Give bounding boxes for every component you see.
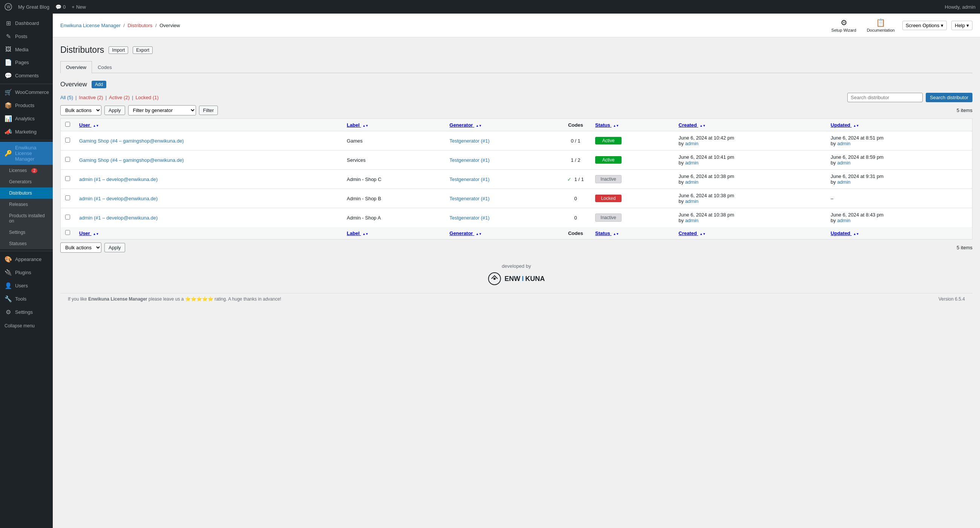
tab-overview[interactable]: Overview: [60, 61, 92, 73]
submenu-settings[interactable]: Settings: [0, 227, 53, 238]
footer-brand-name: Enwikuna License Manager: [88, 297, 147, 302]
table-row: admin (#1 – develop@enwikuna.de)Admin - …: [61, 170, 972, 189]
created-by-link[interactable]: admin: [685, 198, 698, 204]
filter-inactive[interactable]: Inactive (2): [79, 95, 103, 100]
generator-link[interactable]: Testgenerator (#1): [450, 215, 490, 221]
submenu-distributors[interactable]: Distributors: [0, 187, 53, 199]
updated-by-link[interactable]: admin: [837, 160, 850, 166]
sort-user-footer[interactable]: User ▲▼: [79, 230, 99, 236]
tab-codes[interactable]: Codes: [92, 61, 118, 73]
sort-user[interactable]: User ▲▼: [79, 122, 99, 128]
filter-active[interactable]: Active (2): [109, 95, 130, 100]
generator-link[interactable]: Testgenerator (#1): [450, 138, 490, 144]
export-btn[interactable]: Export: [133, 46, 153, 54]
sidebar-item-enwikuna[interactable]: 🔑 Enwikuna License Manager: [0, 142, 53, 165]
updated-by-link[interactable]: admin: [837, 179, 850, 185]
col-header-created: Created ▲▼: [674, 119, 826, 131]
sort-created[interactable]: Created ▲▼: [678, 122, 706, 128]
sidebar-item-analytics[interactable]: 📊 Analytics: [0, 112, 53, 125]
collapse-menu-btn[interactable]: Collapse menu: [0, 319, 53, 333]
chevron-down-icon-help: ▾: [966, 22, 969, 28]
submenu-releases[interactable]: Releases: [0, 199, 53, 210]
row-checkbox-2[interactable]: [65, 176, 70, 181]
sidebar-item-media[interactable]: 🖼 Media: [0, 43, 53, 56]
user-link[interactable]: admin (#1 – develop@enwikuna.de): [79, 196, 158, 201]
sidebar-item-users[interactable]: 👤 Users: [0, 279, 53, 292]
sort-label-footer[interactable]: Label ▲▼: [347, 230, 368, 236]
row-checkbox-0[interactable]: [65, 138, 70, 142]
bulk-actions-select-top[interactable]: Bulk actions: [60, 105, 102, 115]
comments-link[interactable]: 💬 0: [56, 4, 65, 10]
sort-generator[interactable]: Generator ▲▼: [450, 122, 482, 128]
setup-wizard-btn[interactable]: ⚙ Setup Wizard: [829, 17, 859, 34]
import-btn[interactable]: Import: [108, 46, 128, 54]
row-status: Locked: [591, 189, 674, 208]
documentation-btn[interactable]: 📋 Documentation: [864, 17, 898, 34]
sort-updated[interactable]: Updated ▲▼: [831, 122, 859, 128]
select-all-checkbox-footer[interactable]: [65, 230, 70, 235]
site-name[interactable]: My Great Blog: [18, 4, 49, 10]
wp-logo[interactable]: W: [5, 3, 12, 11]
bulk-actions-select-bottom[interactable]: Bulk actions: [60, 242, 102, 253]
created-by-link[interactable]: admin: [685, 160, 698, 166]
user-link[interactable]: admin (#1 – develop@enwikuna.de): [79, 215, 158, 221]
user-link[interactable]: admin (#1 – develop@enwikuna.de): [79, 177, 158, 182]
status-badge: Active: [595, 137, 622, 144]
sort-generator-footer[interactable]: Generator ▲▼: [450, 230, 482, 236]
updated-by-link[interactable]: admin: [837, 218, 850, 223]
breadcrumb-enwikuna[interactable]: Enwikuna License Manager: [60, 22, 121, 28]
admin-bar: W My Great Blog 💬 0 + New Howdy, admin: [0, 0, 980, 14]
row-checkbox-1[interactable]: [65, 157, 70, 162]
sort-status-footer[interactable]: Status ▲▼: [595, 230, 619, 236]
sidebar-item-pages[interactable]: 📄 Pages: [0, 56, 53, 69]
updated-by-link[interactable]: admin: [837, 141, 850, 146]
row-user: admin (#1 – develop@enwikuna.de): [75, 189, 342, 208]
select-all-checkbox[interactable]: [65, 122, 70, 127]
distributors-table: User ▲▼ Label ▲▼ Generat: [60, 118, 972, 239]
add-distributor-btn[interactable]: Add: [92, 81, 106, 88]
sidebar-item-dashboard[interactable]: ⊞ Dashboard: [0, 17, 53, 30]
sidebar-item-plugins[interactable]: 🔌 Plugins: [0, 266, 53, 279]
row-label: Admin - Shop B: [342, 189, 445, 208]
created-by-link[interactable]: admin: [685, 141, 698, 146]
user-link[interactable]: Gaming Shop (#4 – gamingshop@enwikuna.de…: [79, 138, 184, 144]
filter-locked[interactable]: Locked (1): [135, 95, 158, 100]
search-distributor-input[interactable]: [847, 93, 923, 102]
row-checkbox-3[interactable]: [65, 195, 70, 200]
sidebar-item-comments[interactable]: 💬 Comments: [0, 69, 53, 82]
sidebar-item-woocommerce[interactable]: 🛒 WooCommerce: [0, 86, 53, 99]
apply-btn-bottom[interactable]: Apply: [104, 243, 125, 252]
sort-label[interactable]: Label ▲▼: [347, 122, 368, 128]
row-checkbox-4[interactable]: [65, 215, 70, 220]
generator-link[interactable]: Testgenerator (#1): [450, 157, 490, 163]
new-content-btn[interactable]: + New: [72, 4, 86, 10]
footer-rating-text: If you like Enwikuna License Manager ple…: [68, 297, 281, 302]
user-link[interactable]: Gaming Shop (#4 – gamingshop@enwikuna.de…: [79, 157, 184, 163]
generator-link[interactable]: Testgenerator (#1): [450, 177, 490, 182]
created-by-link[interactable]: admin: [685, 179, 698, 185]
filter-generator-select[interactable]: Filter by generator: [128, 105, 196, 115]
sidebar-item-posts[interactable]: ✎ Posts: [0, 30, 53, 43]
generator-link[interactable]: Testgenerator (#1): [450, 196, 490, 201]
sort-updated-footer[interactable]: Updated ▲▼: [831, 230, 859, 236]
created-by-link[interactable]: admin: [685, 218, 698, 223]
filter-btn[interactable]: Filter: [199, 105, 218, 115]
sidebar-item-tools[interactable]: 🔧 Tools: [0, 292, 53, 305]
submenu-products-installed[interactable]: Products installed on: [0, 210, 53, 227]
sidebar-item-products[interactable]: 📦 Products: [0, 99, 53, 112]
filter-all[interactable]: All (5): [60, 95, 73, 100]
submenu-generators[interactable]: Generators: [0, 176, 53, 187]
sidebar-item-settings[interactable]: ⚙ Settings: [0, 305, 53, 319]
sidebar-item-appearance[interactable]: 🎨 Appearance: [0, 253, 53, 266]
help-btn[interactable]: Help ▾: [951, 21, 972, 30]
sidebar-item-marketing[interactable]: 📣 Marketing: [0, 125, 53, 139]
submenu-statuses[interactable]: Statuses: [0, 238, 53, 249]
search-distributor-btn[interactable]: Search distributor: [926, 93, 972, 102]
sort-created-footer[interactable]: Created ▲▼: [678, 230, 706, 236]
sort-status[interactable]: Status ▲▼: [595, 122, 619, 128]
breadcrumb-distributors[interactable]: Distributors: [128, 22, 153, 28]
page-heading: Distributors Import Export: [60, 45, 972, 55]
screen-options-btn[interactable]: Screen Options ▾: [902, 21, 947, 30]
apply-btn-top[interactable]: Apply: [104, 105, 125, 115]
submenu-licenses[interactable]: Licenses 2: [0, 165, 53, 176]
